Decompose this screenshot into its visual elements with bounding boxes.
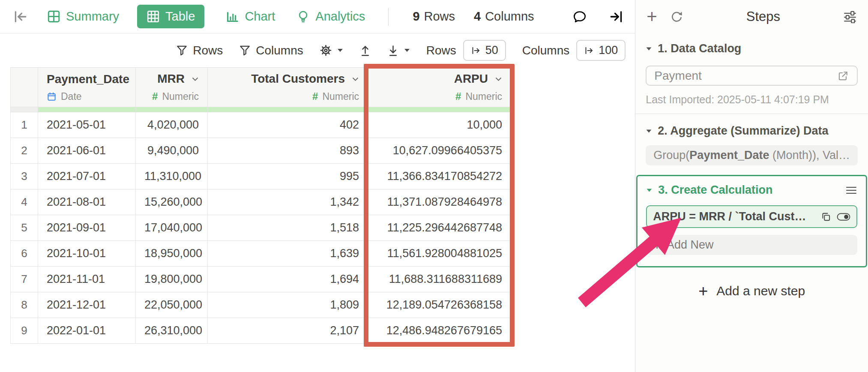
column-header-arpu[interactable]: ARPU #Numeric bbox=[368, 68, 511, 107]
download-button[interactable] bbox=[387, 44, 410, 57]
table-row: 12021-05-014,020,00040210,000 bbox=[11, 112, 511, 138]
table-cell: 1,342 bbox=[208, 189, 368, 215]
table-cell: 12,486.948267679165 bbox=[368, 318, 511, 344]
tab-chart[interactable]: Chart bbox=[226, 9, 275, 24]
step-2-header[interactable]: 2. Aggregate (Summarize) Data bbox=[646, 124, 858, 138]
tab-summary-label: Summary bbox=[66, 9, 119, 24]
table-row: 62021-10-0118,950,0001,63911,561.9280048… bbox=[11, 241, 511, 267]
row-number: 8 bbox=[11, 292, 38, 318]
table-cell: 1,809 bbox=[208, 292, 368, 318]
table-cell: 995 bbox=[208, 164, 368, 189]
table-cell: 1,518 bbox=[208, 215, 368, 241]
table-cell: 26,310,000 bbox=[136, 318, 208, 344]
column-count-value: 4 bbox=[474, 9, 481, 23]
column-header-mrr[interactable]: MRR #Numeric bbox=[136, 68, 208, 107]
sort-chevron-icon bbox=[192, 77, 199, 81]
funnel-icon bbox=[239, 45, 251, 56]
sort-chevron-icon bbox=[495, 77, 502, 81]
comment-button[interactable] bbox=[572, 9, 587, 24]
table-row: 72021-11-0119,800,0001,69411,688.3116883… bbox=[11, 267, 511, 292]
filter-columns-label: Columns bbox=[256, 44, 303, 57]
data-table: Payment_Date Date MRR #Numeric Total Cus… bbox=[10, 67, 511, 344]
steps-panel: + Steps 1. Data Catalog bbox=[635, 0, 868, 372]
hash-icon: # bbox=[312, 90, 318, 102]
row-number: 9 bbox=[11, 318, 38, 344]
gear-icon bbox=[320, 44, 332, 57]
add-new-step-button[interactable]: + Add a new step bbox=[646, 283, 858, 299]
table-cell: 2021-12-01 bbox=[38, 292, 136, 318]
caret-down-icon bbox=[646, 129, 652, 133]
calculation-pill[interactable]: ARPU = MRR / `Total Cust… bbox=[646, 205, 857, 228]
data-source-name: Payment bbox=[654, 69, 702, 83]
upload-button[interactable] bbox=[359, 44, 371, 57]
column-count-label: Columns bbox=[485, 9, 534, 23]
caret-down-icon bbox=[646, 188, 652, 192]
data-source-field[interactable]: Payment bbox=[646, 66, 858, 86]
calculation-pill-actions bbox=[820, 211, 850, 222]
table-row: 42021-08-0115,260,0001,34211,371.0879284… bbox=[11, 189, 511, 215]
filter-columns-button[interactable]: Columns bbox=[239, 44, 303, 57]
refresh-icon bbox=[670, 10, 683, 24]
calendar-icon bbox=[47, 92, 57, 102]
column-header-payment-date[interactable]: Payment_Date Date bbox=[38, 68, 136, 107]
calculation-formula: ARPU = MRR / `Total Cust… bbox=[653, 210, 815, 223]
table-row: 82021-12-0122,050,0001,80912,189.0547263… bbox=[11, 292, 511, 318]
table-cell: 2021-07-01 bbox=[38, 164, 136, 189]
table-toolbar: Rows Columns bbox=[0, 33, 635, 67]
column-count-stat: 4Columns bbox=[474, 9, 534, 24]
top-toolbar: Summary Table Chart Analytics bbox=[0, 0, 635, 33]
tab-table[interactable]: Table bbox=[137, 5, 204, 28]
refresh-steps-button[interactable] bbox=[670, 10, 683, 24]
columns-limit-label: Columns bbox=[522, 44, 569, 57]
bar-arrow-right-icon bbox=[584, 45, 594, 56]
table-cell: 2021-05-01 bbox=[38, 112, 136, 138]
table-row: 22021-06-019,490,00089310,627.0996640537… bbox=[11, 138, 511, 164]
table-cell: 2021-11-01 bbox=[38, 267, 136, 292]
row-count-value: 9 bbox=[413, 9, 419, 23]
tab-summary[interactable]: Summary bbox=[47, 9, 119, 24]
step-3-header[interactable]: 3. Create Calculation bbox=[646, 183, 857, 197]
table-cell: 11,371.087928464978 bbox=[368, 189, 511, 215]
download-icon bbox=[387, 44, 399, 57]
sort-chevron-icon bbox=[352, 77, 359, 81]
row-number: 6 bbox=[11, 241, 38, 267]
tab-analytics-label: Analytics bbox=[315, 9, 365, 24]
aggregate-summary-pill[interactable]: Group(Payment_Date (Month)), Val… bbox=[646, 145, 858, 165]
menu-handle-icon[interactable] bbox=[845, 186, 857, 195]
steps-list: 1. Data Catalog Payment Last Imported: 2… bbox=[635, 33, 868, 372]
table-cell: 1,694 bbox=[208, 267, 368, 292]
collapse-right-button[interactable] bbox=[609, 9, 624, 24]
table-cell: 12,189.054726368158 bbox=[368, 292, 511, 318]
filter-rows-button[interactable]: Rows bbox=[176, 44, 223, 57]
columns-limit-input[interactable]: 100 bbox=[576, 40, 626, 61]
lightbulb-icon bbox=[296, 10, 310, 23]
table-settings-button[interactable] bbox=[320, 44, 343, 57]
step-1-header[interactable]: 1. Data Catalog bbox=[646, 42, 858, 55]
collapse-left-button[interactable] bbox=[13, 9, 27, 24]
summary-grid-icon bbox=[47, 10, 60, 23]
caret-down-icon bbox=[646, 47, 652, 51]
table-row: 32021-07-0111,310,00099511,366.834170854… bbox=[11, 164, 511, 189]
copy-icon[interactable] bbox=[820, 211, 832, 222]
table-cell: 11,561.928004881025 bbox=[368, 241, 511, 267]
chat-bubble-icon bbox=[572, 9, 587, 24]
table-cell: 2,107 bbox=[208, 318, 368, 344]
table-cell: 19,800,000 bbox=[136, 267, 208, 292]
tab-analytics[interactable]: Analytics bbox=[296, 9, 365, 24]
steps-header: + Steps bbox=[635, 0, 868, 33]
bar-chart-icon bbox=[226, 10, 239, 23]
row-number: 1 bbox=[11, 112, 38, 138]
rows-limit-input[interactable]: 50 bbox=[463, 40, 506, 61]
row-number: 5 bbox=[11, 215, 38, 241]
tab-table-label: Table bbox=[165, 9, 195, 24]
row-number: 2 bbox=[11, 138, 38, 164]
add-new-calculation-button[interactable]: + Add New bbox=[646, 235, 857, 255]
column-header-total-customers[interactable]: Total Customers #Numeric bbox=[208, 68, 368, 107]
table-cell: 2021-06-01 bbox=[38, 138, 136, 164]
add-step-plus-button[interactable]: + bbox=[647, 8, 657, 26]
visibility-toggle-icon[interactable] bbox=[837, 212, 850, 222]
table-grid-icon bbox=[147, 10, 160, 23]
steps-settings-button[interactable] bbox=[843, 10, 857, 23]
add-new-step-label: Add a new step bbox=[716, 284, 805, 298]
table-cell: 402 bbox=[208, 112, 368, 138]
